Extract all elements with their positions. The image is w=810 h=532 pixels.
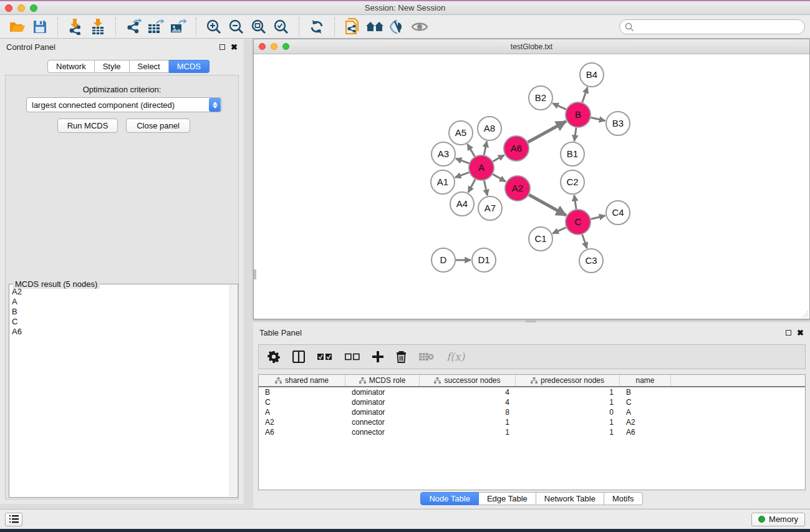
cell-shared-name[interactable]: C [259,398,345,407]
tab-style[interactable]: Style [95,60,130,73]
node-A6[interactable]: A6 [504,136,529,161]
table-row[interactable]: Cdominator41C [259,397,805,407]
node-C3[interactable]: C3 [579,249,603,273]
edge-B-B4[interactable] [582,87,587,102]
node-D1[interactable]: D1 [472,248,496,272]
node-A[interactable]: A [469,155,494,180]
node-A5[interactable]: A5 [449,121,473,145]
memory-button[interactable]: Memory [751,513,805,526]
mcds-result-item[interactable]: B [12,307,229,317]
edge-A-A7[interactable] [484,181,487,196]
edge-A-A4[interactable] [468,180,475,193]
cell-successor-nodes[interactable]: 1 [420,418,516,427]
float-table-panel-icon[interactable] [786,330,791,336]
tab-mcds[interactable]: MCDS [169,60,210,73]
edge-C-C3[interactable] [582,235,587,248]
node-B2[interactable]: B2 [529,86,552,110]
cell-name[interactable]: B [620,388,671,397]
zoom-fit-icon[interactable] [248,17,270,36]
cell-MCDS-role[interactable]: dominator [345,408,420,417]
node-B1[interactable]: B1 [561,142,584,166]
cell-MCDS-role[interactable]: dominator [345,388,420,397]
edge-A-A3[interactable] [456,158,469,163]
edge-C-C1[interactable] [552,228,566,234]
zoom-out-icon[interactable] [225,17,248,36]
node-A2[interactable]: A2 [505,176,530,201]
column-header-shared-name[interactable]: shared name [259,375,345,386]
column-header-name[interactable]: name [620,375,671,386]
cell-name[interactable]: A2 [620,418,671,427]
cell-predecessor-nodes[interactable]: 1 [516,428,620,437]
edge-A-A5[interactable] [468,144,475,157]
mcds-result-item[interactable]: A2 [12,287,229,297]
node-B3[interactable]: B3 [606,112,630,135]
close-panel-button[interactable]: Close panel [126,118,190,133]
mcds-result-item[interactable]: A6 [12,327,229,337]
refresh-icon[interactable] [306,17,328,36]
node-C[interactable]: C [566,210,591,235]
edge-B-B3[interactable] [591,117,605,120]
tab-select[interactable]: Select [130,60,169,73]
deselect-checkboxes-icon[interactable] [345,353,360,360]
save-icon[interactable] [29,17,51,36]
node-A7[interactable]: A7 [478,196,502,220]
table-settings-gear-icon[interactable] [268,351,280,363]
table-row[interactable]: A6connector11A6 [259,427,805,437]
node-A3[interactable]: A3 [432,142,455,166]
delete-rows-trash-icon[interactable] [396,351,407,363]
edge-C-C4[interactable] [591,216,605,219]
close-panel-icon[interactable]: ✖ [231,44,238,50]
float-panel-icon[interactable] [219,44,225,50]
node-B[interactable]: B [566,102,591,127]
edge-A-A8[interactable] [484,142,487,155]
column-header-MCDS-role[interactable]: MCDS role [345,375,420,386]
zoom-selected-icon[interactable] [270,17,292,36]
cell-MCDS-role[interactable]: connector [345,428,420,437]
mcds-result-item[interactable]: A [12,297,229,307]
cell-MCDS-role[interactable]: connector [345,418,420,427]
cell-successor-nodes[interactable]: 8 [420,408,516,417]
mcds-result-list[interactable]: A2ABCA6 [12,287,229,496]
export-network-icon[interactable] [122,17,145,36]
cell-successor-nodes[interactable]: 4 [420,388,516,397]
eye-icon[interactable] [408,17,431,36]
cell-successor-nodes[interactable]: 1 [420,428,516,437]
edge-A6-B[interactable] [528,122,566,142]
cell-predecessor-nodes[interactable]: 1 [516,388,620,397]
edge-A2-C[interactable] [529,195,566,215]
select-all-checkboxes-icon[interactable] [317,353,332,360]
cell-shared-name[interactable]: A2 [259,418,345,427]
edge-B-B1[interactable] [574,128,576,141]
import-network-icon[interactable] [64,17,87,36]
network-vertical-scrollbar[interactable] [254,269,256,279]
node-A4[interactable]: A4 [450,192,474,216]
tab-motifs[interactable]: Motifs [604,492,643,505]
run-mcds-button[interactable]: Run MCDS [57,118,118,133]
tab-network[interactable]: Network [47,60,95,73]
node-D[interactable]: D [432,248,455,272]
open-folder-icon[interactable] [6,17,29,36]
node-table[interactable]: shared nameMCDS rolesuccessor nodesprede… [258,374,806,490]
cell-predecessor-nodes[interactable]: 1 [516,398,620,407]
cell-successor-nodes[interactable]: 4 [420,398,516,407]
resize-grip-icon[interactable] [801,310,809,318]
node-C2[interactable]: C2 [561,170,584,194]
export-image-icon[interactable] [167,17,190,36]
style-hide-icon[interactable] [386,17,408,36]
column-header-successor-nodes[interactable]: successor nodes [420,375,516,386]
cell-shared-name[interactable]: A [259,408,345,417]
new-network-document-icon[interactable] [341,17,364,36]
close-table-panel-icon[interactable]: ✖ [797,330,804,336]
node-C1[interactable]: C1 [529,227,552,251]
node-B4[interactable]: B4 [580,63,604,87]
node-C4[interactable]: C4 [606,201,630,225]
network-canvas[interactable]: AA1A2A3A4A5A6A7A8BB1B2B3B4CC1C2C3C4DD1 [254,54,809,319]
cell-name[interactable]: A [620,408,671,417]
table-row[interactable]: Adominator80A [259,407,805,417]
zoom-in-icon[interactable] [203,17,225,36]
tab-node-table[interactable]: Node Table [420,492,479,505]
edge-A-A1[interactable] [455,172,470,177]
node-A8[interactable]: A8 [478,117,501,140]
table-row[interactable]: Bdominator41B [259,387,805,397]
cell-shared-name[interactable]: A6 [259,428,345,437]
